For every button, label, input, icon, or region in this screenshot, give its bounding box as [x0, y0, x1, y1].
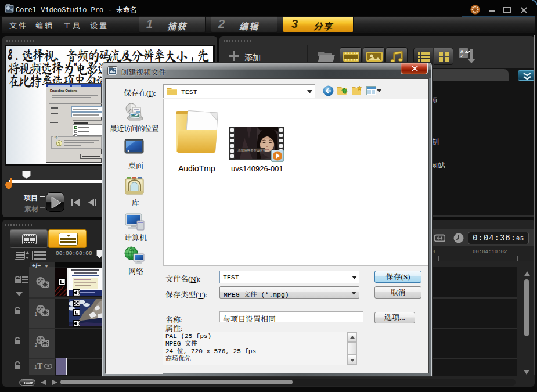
- svg-text:Z: Z: [460, 54, 463, 58]
- svg-text:A: A: [460, 49, 463, 53]
- svg-text:添加保存类型设置相同: 添加保存类型设置相同: [237, 148, 270, 153]
- svg-text:2: 2: [34, 342, 37, 347]
- svg-text:1: 1: [34, 311, 37, 317]
